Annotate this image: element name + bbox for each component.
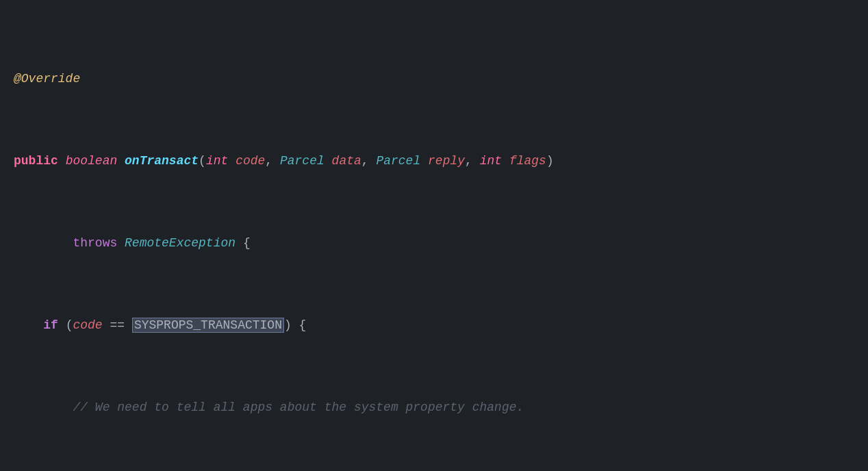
- line-1: @Override: [14, 68, 854, 89]
- highlight-sysprops: SYSPROPS_TRANSACTION: [132, 318, 284, 333]
- line-3: throws RemoteException {: [14, 233, 854, 253]
- code-editor: @Override public boolean onTransact(int …: [0, 0, 868, 471]
- line-2: public boolean onTransact(int code, Parc…: [14, 151, 854, 171]
- line-5: // We need to tell all apps about the sy…: [14, 397, 854, 418]
- line-4: if (code == SYSPROPS_TRANSACTION) {: [14, 315, 854, 335]
